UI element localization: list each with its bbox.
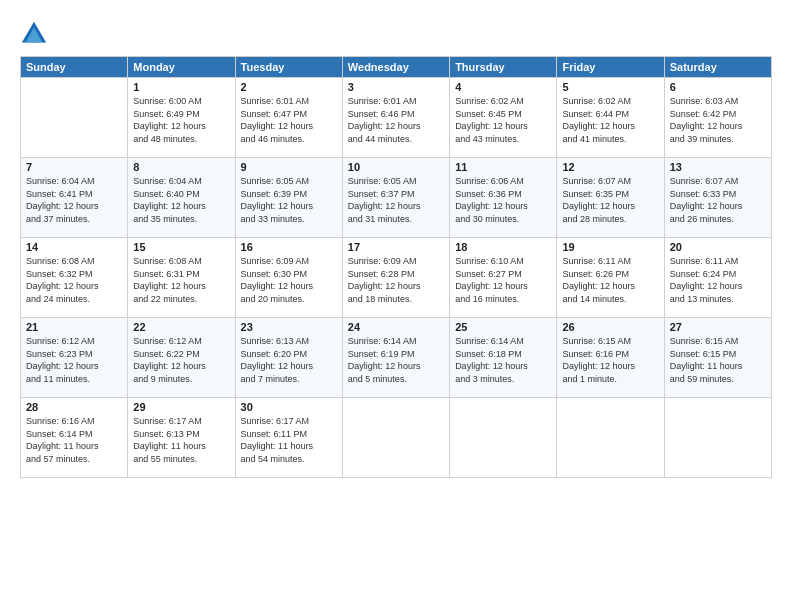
calendar-cell: 11Sunrise: 6:06 AM Sunset: 6:36 PM Dayli… (450, 158, 557, 238)
calendar-cell: 25Sunrise: 6:14 AM Sunset: 6:18 PM Dayli… (450, 318, 557, 398)
calendar-cell: 30Sunrise: 6:17 AM Sunset: 6:11 PM Dayli… (235, 398, 342, 478)
logo (20, 20, 52, 48)
day-info: Sunrise: 6:17 AM Sunset: 6:13 PM Dayligh… (133, 415, 229, 465)
day-info: Sunrise: 6:14 AM Sunset: 6:18 PM Dayligh… (455, 335, 551, 385)
day-header-saturday: Saturday (664, 57, 771, 78)
day-info: Sunrise: 6:15 AM Sunset: 6:15 PM Dayligh… (670, 335, 766, 385)
day-number: 29 (133, 401, 229, 413)
day-info: Sunrise: 6:07 AM Sunset: 6:35 PM Dayligh… (562, 175, 658, 225)
calendar-cell: 27Sunrise: 6:15 AM Sunset: 6:15 PM Dayli… (664, 318, 771, 398)
calendar-cell (342, 398, 449, 478)
calendar-cell: 2Sunrise: 6:01 AM Sunset: 6:47 PM Daylig… (235, 78, 342, 158)
week-row-3: 14Sunrise: 6:08 AM Sunset: 6:32 PM Dayli… (21, 238, 772, 318)
week-row-5: 28Sunrise: 6:16 AM Sunset: 6:14 PM Dayli… (21, 398, 772, 478)
day-info: Sunrise: 6:17 AM Sunset: 6:11 PM Dayligh… (241, 415, 337, 465)
day-number: 4 (455, 81, 551, 93)
day-info: Sunrise: 6:02 AM Sunset: 6:45 PM Dayligh… (455, 95, 551, 145)
day-number: 30 (241, 401, 337, 413)
day-info: Sunrise: 6:08 AM Sunset: 6:32 PM Dayligh… (26, 255, 122, 305)
calendar-cell: 28Sunrise: 6:16 AM Sunset: 6:14 PM Dayli… (21, 398, 128, 478)
calendar-cell: 18Sunrise: 6:10 AM Sunset: 6:27 PM Dayli… (450, 238, 557, 318)
calendar-cell: 3Sunrise: 6:01 AM Sunset: 6:46 PM Daylig… (342, 78, 449, 158)
calendar-cell: 8Sunrise: 6:04 AM Sunset: 6:40 PM Daylig… (128, 158, 235, 238)
header (20, 16, 772, 48)
logo-icon (20, 20, 48, 48)
day-number: 11 (455, 161, 551, 173)
day-number: 22 (133, 321, 229, 333)
day-info: Sunrise: 6:01 AM Sunset: 6:46 PM Dayligh… (348, 95, 444, 145)
day-info: Sunrise: 6:01 AM Sunset: 6:47 PM Dayligh… (241, 95, 337, 145)
day-info: Sunrise: 6:07 AM Sunset: 6:33 PM Dayligh… (670, 175, 766, 225)
day-info: Sunrise: 6:16 AM Sunset: 6:14 PM Dayligh… (26, 415, 122, 465)
day-number: 6 (670, 81, 766, 93)
day-number: 26 (562, 321, 658, 333)
week-row-2: 7Sunrise: 6:04 AM Sunset: 6:41 PM Daylig… (21, 158, 772, 238)
calendar-cell: 4Sunrise: 6:02 AM Sunset: 6:45 PM Daylig… (450, 78, 557, 158)
day-header-thursday: Thursday (450, 57, 557, 78)
calendar-cell (450, 398, 557, 478)
day-header-monday: Monday (128, 57, 235, 78)
week-row-4: 21Sunrise: 6:12 AM Sunset: 6:23 PM Dayli… (21, 318, 772, 398)
calendar-cell: 19Sunrise: 6:11 AM Sunset: 6:26 PM Dayli… (557, 238, 664, 318)
calendar-cell: 17Sunrise: 6:09 AM Sunset: 6:28 PM Dayli… (342, 238, 449, 318)
calendar-cell: 10Sunrise: 6:05 AM Sunset: 6:37 PM Dayli… (342, 158, 449, 238)
calendar-cell (21, 78, 128, 158)
calendar-cell: 26Sunrise: 6:15 AM Sunset: 6:16 PM Dayli… (557, 318, 664, 398)
day-number: 5 (562, 81, 658, 93)
day-info: Sunrise: 6:05 AM Sunset: 6:37 PM Dayligh… (348, 175, 444, 225)
calendar-cell: 14Sunrise: 6:08 AM Sunset: 6:32 PM Dayli… (21, 238, 128, 318)
day-info: Sunrise: 6:12 AM Sunset: 6:22 PM Dayligh… (133, 335, 229, 385)
day-number: 2 (241, 81, 337, 93)
day-info: Sunrise: 6:11 AM Sunset: 6:24 PM Dayligh… (670, 255, 766, 305)
day-info: Sunrise: 6:06 AM Sunset: 6:36 PM Dayligh… (455, 175, 551, 225)
day-info: Sunrise: 6:00 AM Sunset: 6:49 PM Dayligh… (133, 95, 229, 145)
calendar-cell: 23Sunrise: 6:13 AM Sunset: 6:20 PM Dayli… (235, 318, 342, 398)
day-info: Sunrise: 6:02 AM Sunset: 6:44 PM Dayligh… (562, 95, 658, 145)
day-number: 25 (455, 321, 551, 333)
day-number: 13 (670, 161, 766, 173)
day-number: 19 (562, 241, 658, 253)
calendar-cell (557, 398, 664, 478)
calendar-cell: 21Sunrise: 6:12 AM Sunset: 6:23 PM Dayli… (21, 318, 128, 398)
day-number: 28 (26, 401, 122, 413)
day-number: 23 (241, 321, 337, 333)
day-info: Sunrise: 6:09 AM Sunset: 6:28 PM Dayligh… (348, 255, 444, 305)
calendar-cell: 29Sunrise: 6:17 AM Sunset: 6:13 PM Dayli… (128, 398, 235, 478)
day-header-friday: Friday (557, 57, 664, 78)
day-number: 1 (133, 81, 229, 93)
day-number: 20 (670, 241, 766, 253)
day-info: Sunrise: 6:12 AM Sunset: 6:23 PM Dayligh… (26, 335, 122, 385)
day-info: Sunrise: 6:15 AM Sunset: 6:16 PM Dayligh… (562, 335, 658, 385)
day-number: 21 (26, 321, 122, 333)
day-info: Sunrise: 6:14 AM Sunset: 6:19 PM Dayligh… (348, 335, 444, 385)
day-info: Sunrise: 6:13 AM Sunset: 6:20 PM Dayligh… (241, 335, 337, 385)
day-number: 7 (26, 161, 122, 173)
day-number: 9 (241, 161, 337, 173)
calendar-cell: 24Sunrise: 6:14 AM Sunset: 6:19 PM Dayli… (342, 318, 449, 398)
calendar-cell: 5Sunrise: 6:02 AM Sunset: 6:44 PM Daylig… (557, 78, 664, 158)
day-number: 14 (26, 241, 122, 253)
calendar-cell: 20Sunrise: 6:11 AM Sunset: 6:24 PM Dayli… (664, 238, 771, 318)
day-info: Sunrise: 6:11 AM Sunset: 6:26 PM Dayligh… (562, 255, 658, 305)
day-header-wednesday: Wednesday (342, 57, 449, 78)
calendar-cell: 16Sunrise: 6:09 AM Sunset: 6:30 PM Dayli… (235, 238, 342, 318)
day-info: Sunrise: 6:05 AM Sunset: 6:39 PM Dayligh… (241, 175, 337, 225)
day-info: Sunrise: 6:09 AM Sunset: 6:30 PM Dayligh… (241, 255, 337, 305)
day-number: 24 (348, 321, 444, 333)
calendar-cell: 6Sunrise: 6:03 AM Sunset: 6:42 PM Daylig… (664, 78, 771, 158)
day-header-tuesday: Tuesday (235, 57, 342, 78)
day-number: 15 (133, 241, 229, 253)
calendar-header-row: SundayMondayTuesdayWednesdayThursdayFrid… (21, 57, 772, 78)
day-number: 18 (455, 241, 551, 253)
day-number: 12 (562, 161, 658, 173)
calendar-cell: 1Sunrise: 6:00 AM Sunset: 6:49 PM Daylig… (128, 78, 235, 158)
calendar-cell: 13Sunrise: 6:07 AM Sunset: 6:33 PM Dayli… (664, 158, 771, 238)
calendar-cell: 7Sunrise: 6:04 AM Sunset: 6:41 PM Daylig… (21, 158, 128, 238)
calendar-cell (664, 398, 771, 478)
calendar-cell: 15Sunrise: 6:08 AM Sunset: 6:31 PM Dayli… (128, 238, 235, 318)
day-info: Sunrise: 6:04 AM Sunset: 6:40 PM Dayligh… (133, 175, 229, 225)
calendar-cell: 22Sunrise: 6:12 AM Sunset: 6:22 PM Dayli… (128, 318, 235, 398)
calendar-table: SundayMondayTuesdayWednesdayThursdayFrid… (20, 56, 772, 478)
calendar-cell: 9Sunrise: 6:05 AM Sunset: 6:39 PM Daylig… (235, 158, 342, 238)
day-info: Sunrise: 6:10 AM Sunset: 6:27 PM Dayligh… (455, 255, 551, 305)
